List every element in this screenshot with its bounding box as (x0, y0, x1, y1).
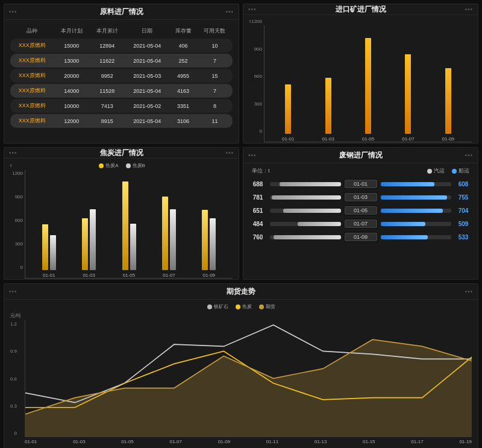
value-right: 755 (455, 194, 472, 201)
y-tick: 1200 (10, 171, 23, 176)
legend-item: 期货 (259, 303, 275, 310)
scrap-row: 48401-07509 (249, 219, 472, 228)
legend-item: 焦炭 (236, 303, 252, 310)
bar (170, 209, 176, 270)
bar-track (381, 195, 452, 200)
panel-header: ••• 期货走势 ••• (4, 284, 478, 300)
table-header: 库存量 (169, 25, 197, 37)
x-tick: 01-01 (25, 439, 37, 444)
x-tick: 01-13 (315, 439, 327, 444)
bar (42, 224, 48, 270)
x-tick: 01-15 (363, 439, 375, 444)
y-tick: 0.6 (4, 376, 17, 382)
legend-item: 铁矿石 (207, 303, 228, 310)
x-tick: 01-07 (169, 439, 181, 444)
x-label: 01-05 (362, 136, 374, 142)
bar (325, 78, 331, 134)
panel-title: 废钢进厂情况 (257, 150, 465, 160)
y-tick: 0.3 (4, 403, 17, 409)
x-tick: 01-11 (266, 439, 278, 444)
bar (162, 197, 168, 270)
x-tick: 01-05 (121, 439, 133, 444)
scrap-row: 78101-03755 (249, 193, 472, 201)
bar-track (381, 222, 452, 226)
raw-materials-table: 品种本月计划本月累计日期库存量可用天数 XXX原燃料15000128942021… (10, 24, 233, 129)
date-pill: 01-07 (345, 219, 377, 228)
table-header: 本月累计 (89, 25, 125, 37)
panel-menu-right[interactable]: ••• (225, 150, 234, 156)
bar (50, 235, 56, 270)
table-row[interactable]: XXX原燃料15000128942021-05-0440610 (10, 39, 233, 52)
panel-title: 焦炭进厂情况 (17, 148, 226, 158)
date-pill: 01-09 (345, 233, 377, 241)
table-row[interactable]: XXX原燃料14000115282021-05-0441637 (10, 84, 233, 98)
table-header: 可用天数 (197, 25, 233, 37)
y-unit: 元/吨 (10, 312, 472, 319)
y-tick: 0 (4, 431, 17, 436)
panel-menu-right[interactable]: ••• (465, 288, 473, 295)
bar (82, 218, 88, 270)
table-row[interactable]: XXX原燃料1200089152021-05-04310611 (10, 114, 233, 128)
bar (130, 224, 136, 270)
x-label: 01-03 (83, 273, 95, 278)
scrap-panel: ••• 废钢进厂情况 ••• 单位：t 汽运 船运 68801-01608781… (243, 147, 478, 280)
panel-menu-left[interactable]: ••• (9, 288, 17, 295)
y-tick: 600 (249, 74, 262, 79)
legend-item: 焦炭A (99, 162, 118, 169)
bar-track (270, 182, 341, 186)
value-left: 651 (249, 207, 266, 214)
x-label: 01-03 (322, 136, 334, 142)
x-tick: 01-17 (411, 439, 423, 444)
date-pill: 01-05 (345, 206, 377, 215)
x-label: 01-07 (163, 273, 175, 278)
raw-materials-panel: ••• 原料进厂情况 ••• 品种本月计划本月累计日期库存量可用天数 XXX原燃… (4, 4, 239, 144)
legend-item: 焦炭B (126, 162, 145, 169)
panel-header: ••• 废钢进厂情况 ••• (243, 148, 478, 163)
x-tick: 01-03 (73, 439, 85, 444)
bar (90, 209, 96, 270)
x-tick: 01-19 (459, 439, 471, 444)
panel-title: 原料进厂情况 (17, 7, 226, 17)
x-tick: 01-09 (218, 439, 230, 444)
legend-item: 汽运 (427, 167, 445, 175)
table-row[interactable]: XXX原燃料1000074132021-05-0233518 (10, 99, 233, 113)
table-header: 日期 (125, 25, 169, 37)
panel-title: 进口矿进厂情况 (257, 4, 465, 14)
panel-menu-left[interactable]: ••• (248, 6, 257, 13)
table-row[interactable]: XXX原燃料2000099522021-05-03495515 (10, 69, 233, 83)
y-tick: 600 (10, 218, 23, 223)
value-right: 704 (455, 207, 472, 214)
panel-header: ••• 焦炭进厂情况 ••• (4, 148, 239, 159)
date-pill: 01-01 (345, 180, 377, 188)
y-tick: 300 (249, 101, 262, 107)
bar-track (270, 235, 341, 239)
import-ore-panel: ••• 进口矿进厂情况 ••• t 03006009001200 01-0101… (243, 4, 478, 144)
panel-menu-right[interactable]: ••• (465, 6, 473, 13)
table-header: 品种 (10, 25, 54, 37)
y-tick: 1200 (249, 19, 262, 24)
y-tick: 900 (10, 194, 23, 200)
y-unit: t (249, 19, 472, 24)
value-left: 781 (249, 194, 266, 201)
value-right: 533 (455, 234, 472, 241)
panel-menu-left[interactable]: ••• (9, 150, 17, 156)
table-header: 本月计划 (54, 25, 89, 37)
bar-track (381, 182, 452, 186)
table-row[interactable]: XXX原燃料13000116222021-05-042527 (10, 54, 233, 68)
panel-menu-right[interactable]: ••• (465, 152, 473, 159)
bar (210, 218, 216, 270)
panel-menu-left[interactable]: ••• (9, 8, 17, 15)
bar-track (270, 222, 341, 226)
value-left: 760 (249, 234, 266, 241)
x-label: 01-09 (442, 136, 454, 142)
bar-track (381, 209, 452, 213)
value-right: 509 (455, 221, 472, 227)
y-tick: 900 (249, 46, 262, 52)
bar (405, 54, 411, 134)
panel-menu-left[interactable]: ••• (248, 152, 257, 159)
coke-panel: ••• 焦炭进厂情况 ••• t 焦炭A 焦炭B 03006009001200 … (4, 147, 239, 280)
panel-header: ••• 原料进厂情况 ••• (4, 4, 239, 20)
bar (445, 68, 451, 134)
x-label: 01-01 (282, 136, 294, 142)
panel-menu-right[interactable]: ••• (225, 8, 234, 15)
